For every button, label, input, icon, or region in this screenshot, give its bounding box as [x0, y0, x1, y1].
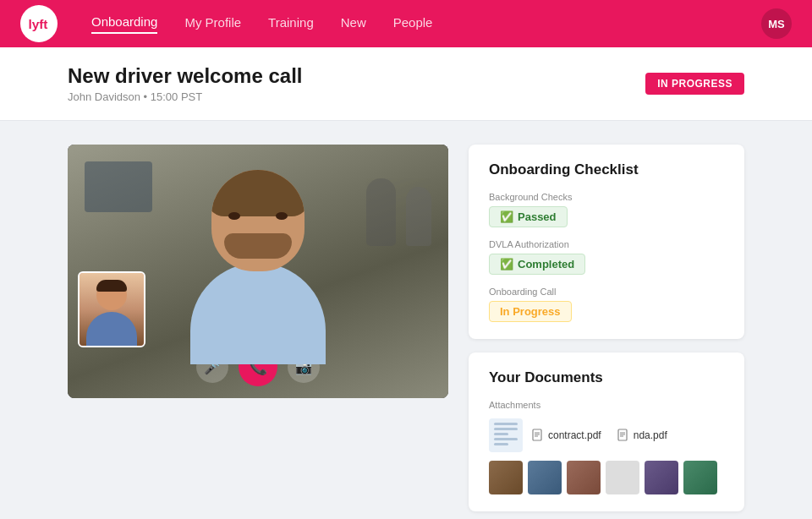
checklist-card: Onboarding Checklist Background Checks ✅… [469, 145, 744, 339]
documents-title: Your Documents [489, 369, 724, 386]
checklist-item-label-2: Onboarding Call [489, 287, 724, 297]
status-badge: IN PROGRESS [645, 73, 744, 95]
nav-link-new[interactable]: New [341, 15, 366, 33]
thumbnail-3[interactable] [567, 461, 601, 494]
page-title-area: New driver welcome call John Davidson • … [68, 64, 302, 103]
svg-text:lyft: lyft [28, 17, 47, 31]
page-header: New driver welcome call John Davidson • … [0, 47, 812, 121]
nda-filename: nda.pdf [634, 429, 667, 441]
contract-file[interactable]: contract.pdf [531, 429, 601, 442]
checklist-status-passed: ✅ Passed [489, 206, 568, 227]
navbar: lyft Onboarding My Profile Training New … [0, 0, 812, 47]
nav-link-myprofile[interactable]: My Profile [184, 15, 241, 33]
check-icon-0: ✅ [500, 210, 513, 223]
nav-link-people[interactable]: People [393, 15, 433, 33]
checklist-item-label-0: Background Checks [489, 192, 724, 202]
checklist-title: Onboarding Checklist [489, 161, 724, 178]
checklist-item-call: Onboarding Call In Progress [489, 287, 724, 322]
user-avatar[interactable]: MS [761, 8, 792, 39]
nav-link-training[interactable]: Training [268, 15, 314, 33]
self-video-overlay [78, 271, 145, 347]
checklist-status-inprogress: In Progress [489, 301, 572, 322]
thumbnail-4[interactable] [606, 461, 639, 494]
thumbnail-2[interactable] [528, 461, 562, 494]
attachments-label: Attachments [489, 400, 724, 410]
doc-files-list: contract.pdf nda.pdf [489, 418, 724, 452]
page-subtitle: John Davidson • 15:00 PST [68, 90, 302, 103]
file-icon-nda [617, 429, 630, 442]
nav-links: Onboarding My Profile Training New Peopl… [91, 14, 761, 34]
checklist-status-completed: ✅ Completed [489, 254, 585, 275]
doc-thumbnails [489, 461, 724, 494]
checklist-item-dvla: DVLA Authorization ✅ Completed [489, 239, 724, 275]
contract-filename: contract.pdf [548, 429, 601, 441]
video-container: 🎤 📞 📷 [68, 145, 448, 398]
main-content: 🎤 📞 📷 Onboarding Checklist Background Ch… [0, 121, 812, 519]
app-logo[interactable]: lyft [20, 5, 58, 42]
nav-link-onboarding[interactable]: Onboarding [91, 14, 157, 34]
page-title: New driver welcome call [68, 64, 302, 88]
right-panel: Onboarding Checklist Background Checks ✅… [469, 145, 744, 511]
documents-card: Your Documents Attachments [469, 352, 744, 511]
thumbnail-1[interactable] [489, 461, 523, 494]
file-icon-contract [531, 429, 545, 442]
check-icon-1: ✅ [500, 258, 513, 270]
contract-thumb[interactable] [489, 418, 523, 452]
thumbnail-5[interactable] [645, 461, 678, 494]
nda-file[interactable]: nda.pdf [617, 429, 667, 442]
thumbnail-6[interactable] [683, 461, 717, 494]
checklist-item-background: Background Checks ✅ Passed [489, 192, 724, 227]
checklist-item-label-1: DVLA Authorization [489, 239, 724, 249]
